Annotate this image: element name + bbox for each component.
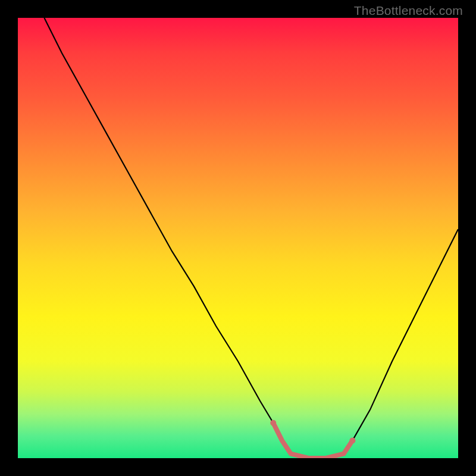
highlight-dot-right xyxy=(349,437,355,443)
attribution-text: TheBottleneck.com xyxy=(354,4,463,18)
curve-flat-highlight xyxy=(273,423,352,458)
highlight-dot-left xyxy=(270,420,276,426)
bottleneck-curve xyxy=(18,18,458,458)
curve-path xyxy=(44,18,458,458)
plot-area xyxy=(18,18,458,458)
chart-frame: TheBottleneck.com xyxy=(0,0,476,476)
